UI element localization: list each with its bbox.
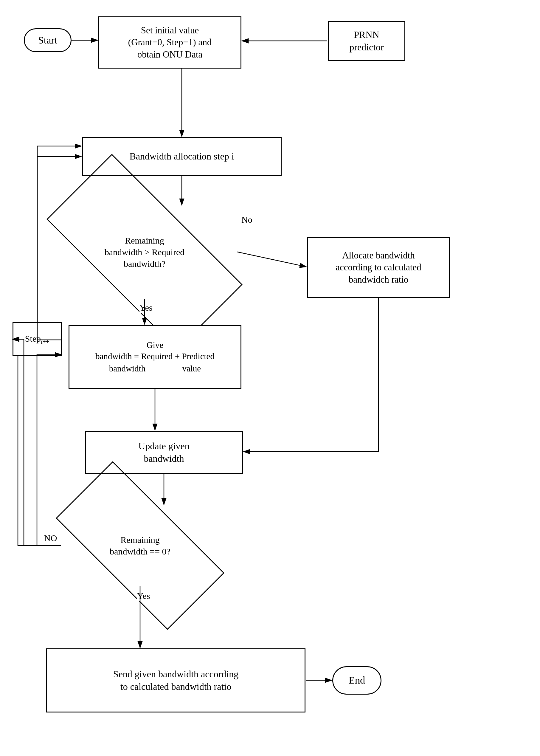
diamond2: Remainingbandwidth == 0? bbox=[61, 505, 219, 586]
diamond1: Remainingbandwidth > Requiredbandwidth? bbox=[52, 206, 237, 298]
no-label2: NO bbox=[44, 533, 57, 543]
give-bw-box: Givebandwidth = Required + Predictedband… bbox=[68, 325, 241, 389]
init-box: Set initial value(Grant=0, Step=1) andob… bbox=[98, 16, 241, 69]
prnn-box: PRNNpredictor bbox=[328, 21, 405, 61]
svg-line-5 bbox=[237, 252, 306, 267]
end-box: End bbox=[332, 666, 381, 694]
yes-label2: Yes bbox=[137, 591, 150, 601]
flowchart: Start Set initial value(Grant=0, Step=1)… bbox=[0, 0, 540, 756]
allocate-box: Allocate bandwidthaccording to calculate… bbox=[307, 237, 450, 298]
send-box: Send given bandwidth accordingto calcula… bbox=[46, 648, 306, 712]
step-box: Stepi++ bbox=[13, 322, 62, 356]
start-box: Start bbox=[24, 28, 71, 52]
no-label1: No bbox=[241, 215, 252, 225]
yes-label1: Yes bbox=[139, 303, 153, 313]
